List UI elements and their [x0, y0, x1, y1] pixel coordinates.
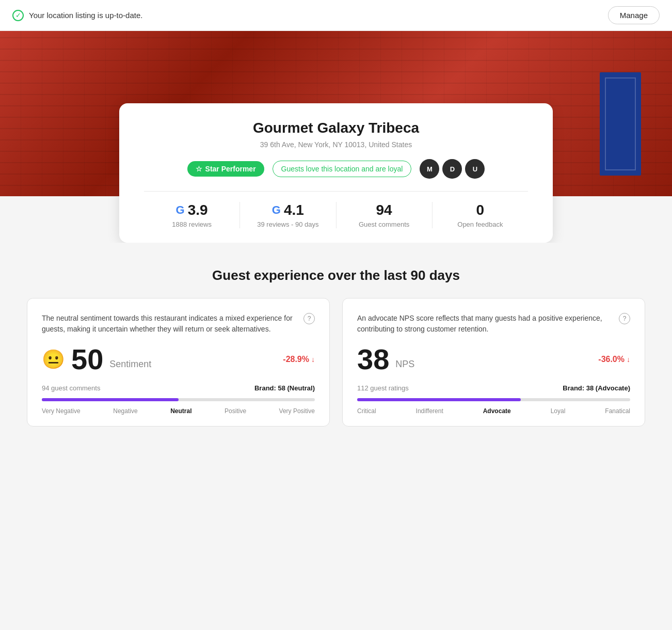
stat-value-recent: G 4.1: [240, 202, 335, 218]
badges-row: ☆ Star Performer Guests love this locati…: [144, 159, 528, 179]
sentiment-footer: 94 guest comments Brand: 58 (Neutral): [42, 384, 315, 392]
stat-guest-comments: 94 Guest comments: [336, 202, 432, 228]
stat-label-3: Guest comments: [337, 220, 432, 228]
avatar-m: M: [420, 159, 439, 179]
stat-total-reviews: G 3.9 1888 reviews: [144, 202, 239, 228]
stat-number-1: 3.9: [188, 202, 208, 218]
star-icon: ☆: [196, 165, 202, 173]
sentiment-change: -28.9% ↓: [283, 355, 315, 364]
sentiment-score: 50: [71, 345, 103, 374]
stat-label-1: 1888 reviews: [144, 220, 239, 228]
star-performer-badge: ☆ Star Performer: [187, 161, 264, 177]
stat-label-2: 39 reviews - 90 days: [240, 220, 335, 228]
nps-main: 38 NPS -36.0% ↓: [357, 345, 630, 374]
avatar-group: M D U: [420, 159, 485, 179]
nps-help-icon[interactable]: ?: [619, 313, 630, 324]
nps-progress-bar: [357, 398, 630, 401]
stat-value-total: G 3.9: [144, 202, 239, 218]
stat-number-4: 0: [476, 202, 485, 218]
nps-down-arrow-icon: ↓: [627, 355, 630, 364]
avatar-u: U: [465, 159, 485, 179]
nps-progress-fill: [357, 398, 521, 401]
google-logo-1: G: [176, 203, 185, 217]
sentiment-emoji: 😐: [42, 350, 65, 369]
hero-door: [600, 72, 641, 176]
stat-recent-reviews: G 4.1 39 reviews - 90 days: [239, 202, 335, 228]
sentiment-help-icon[interactable]: ?: [303, 313, 315, 324]
status-row: ✓ Your location listing is up-to-date.: [12, 10, 142, 21]
stats-row: G 3.9 1888 reviews G 4.1 39 reviews - 90…: [144, 191, 528, 228]
sentiment-main: 😐 50 Sentiment -28.9% ↓: [42, 345, 315, 374]
stat-open-feedback: 0 Open feedback: [432, 202, 528, 228]
sentiment-card: The neutral sentiment towards this resta…: [27, 298, 330, 427]
hero-section: RANT Gourmet Galaxy Tribeca 39 6th Ave, …: [0, 31, 672, 243]
sentiment-guest-count: 94 guest comments: [42, 384, 100, 392]
nps-change: -36.0% ↓: [598, 355, 630, 364]
status-text: Your location listing is up-to-date.: [29, 11, 142, 20]
nps-brand-label: Brand: 38 (Advocate): [563, 384, 630, 392]
down-arrow-icon: ↓: [311, 355, 315, 364]
nps-card: An advocate NPS score reflects that many…: [342, 298, 645, 427]
star-performer-label: Star Performer: [205, 165, 256, 173]
stat-value-comments: 94: [337, 202, 432, 218]
avatar-d: D: [442, 159, 462, 179]
sentiment-progress-bar: [42, 398, 315, 401]
sentiment-description: The neutral sentiment towards this resta…: [42, 313, 315, 335]
sentiment-unit: Sentiment: [109, 359, 151, 370]
info-card: Gourmet Galaxy Tribeca 39 6th Ave, New Y…: [119, 103, 553, 243]
top-bar: ✓ Your location listing is up-to-date. M…: [0, 0, 672, 31]
section-title: Guest experience over the last 90 days: [27, 267, 645, 284]
stat-number-3: 94: [376, 202, 392, 218]
sentiment-brand-label: Brand: 58 (Neutral): [254, 384, 315, 392]
nps-footer: 112 guest ratings Brand: 38 (Advocate): [357, 384, 630, 392]
check-icon: ✓: [12, 10, 24, 21]
nps-unit: NPS: [395, 359, 414, 370]
nps-scale-labels: Critical Indifferent Advocate Loyal Fana…: [357, 407, 630, 415]
location-address: 39 6th Ave, New York, NY 10013, United S…: [144, 140, 528, 149]
stat-number-2: 4.1: [284, 202, 304, 218]
sentiment-scale-labels: Very Negative Negative Neutral Positive …: [42, 407, 315, 415]
location-name: Gourmet Galaxy Tribeca: [144, 120, 528, 136]
sentiment-progress-fill: [42, 398, 179, 401]
loyal-badge: Guests love this location and are loyal: [273, 161, 412, 177]
nps-score: 38: [357, 345, 389, 374]
guest-experience-section: Guest experience over the last 90 days T…: [0, 243, 672, 447]
metric-cards-row: The neutral sentiment towards this resta…: [27, 298, 645, 427]
manage-button[interactable]: Manage: [608, 6, 660, 24]
google-logo-2: G: [272, 203, 281, 217]
nps-description: An advocate NPS score reflects that many…: [357, 313, 630, 335]
nps-guest-count: 112 guest ratings: [357, 384, 409, 392]
stat-label-4: Open feedback: [433, 220, 528, 228]
stat-value-feedback: 0: [433, 202, 528, 218]
